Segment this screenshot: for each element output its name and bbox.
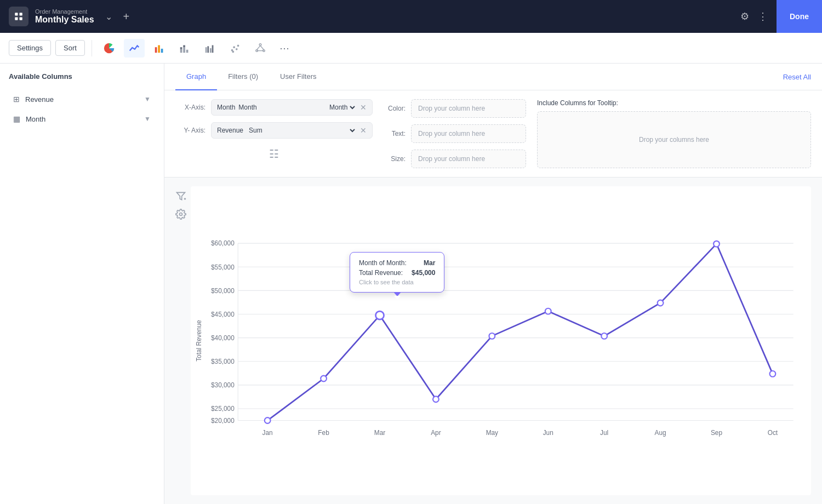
- svg-marker-27: [177, 192, 185, 199]
- data-point-feb[interactable]: [321, 376, 327, 382]
- sidebar-item-revenue-label: Revenue: [25, 95, 54, 104]
- data-point-apr[interactable]: [433, 396, 439, 402]
- app-logo: [9, 7, 28, 26]
- y-axis-close-icon[interactable]: ✕: [360, 126, 367, 135]
- done-button[interactable]: Done: [777, 0, 822, 33]
- svg-line-25: [260, 45, 264, 49]
- svg-text:$40,000: $40,000: [211, 334, 235, 342]
- axes-config: X-Axis: Month Month Month ✕ Y- Axis: Rev…: [175, 99, 373, 168]
- header: Order Management Monthly Sales ⌄ + ⚙ ⋮ D…: [0, 0, 822, 33]
- svg-point-19: [237, 44, 239, 47]
- svg-rect-7: [180, 49, 182, 52]
- sidebar-item-month-left: ▦ Month: [13, 114, 45, 123]
- pie-chart-button[interactable]: [99, 39, 119, 58]
- chart-settings-icon[interactable]: [175, 209, 186, 222]
- svg-text:$25,000: $25,000: [211, 405, 235, 413]
- sidebar-item-revenue[interactable]: ⊞ Revenue ▼: [9, 89, 155, 109]
- more-options-icon[interactable]: ⋮: [758, 10, 768, 22]
- y-axis-row: Y- Axis: Revenue SumAvgCount ✕: [175, 122, 373, 139]
- svg-rect-5: [158, 45, 160, 53]
- data-point-aug[interactable]: [658, 300, 664, 306]
- network-chart-button[interactable]: [250, 39, 271, 58]
- axis-sort-icon-row: ☷: [175, 147, 373, 161]
- tab-graph[interactable]: Graph: [175, 64, 217, 90]
- data-point-jan[interactable]: [265, 417, 271, 423]
- size-row: Size: Drop your column here: [384, 150, 526, 168]
- y-axis-label: Y- Axis:: [175, 127, 206, 134]
- tab-user-filters[interactable]: User Filters: [269, 64, 327, 90]
- settings-gear-icon[interactable]: ⚙: [740, 10, 749, 22]
- text-drop-zone[interactable]: Drop your column here: [411, 124, 526, 143]
- axis-sort-icon[interactable]: ☷: [269, 147, 279, 161]
- svg-text:Aug: Aug: [655, 429, 666, 437]
- line-chart-button[interactable]: [124, 39, 145, 58]
- text-label: Text:: [384, 130, 406, 138]
- svg-text:Mar: Mar: [374, 429, 385, 437]
- svg-text:Sep: Sep: [711, 429, 722, 437]
- size-drop-zone[interactable]: Drop your column here: [411, 150, 526, 168]
- color-row: Color: Drop your column here: [384, 99, 526, 118]
- reset-all-button[interactable]: Reset All: [783, 73, 811, 81]
- stacked-bar-button[interactable]: [174, 39, 195, 58]
- chart-container: Total Revenue $60,000: [191, 186, 811, 495]
- svg-text:$55,000: $55,000: [211, 264, 235, 271]
- chart-svg-wrapper: Total Revenue $60,000: [191, 186, 811, 495]
- svg-point-21: [259, 43, 261, 45]
- x-axis-label: X-Axis:: [175, 104, 206, 111]
- sidebar-title: Available Columns: [9, 72, 155, 81]
- main-layout: Available Columns ⊞ Revenue ▼ ▦ Month ▼ …: [0, 64, 822, 504]
- svg-rect-0: [15, 13, 18, 15]
- more-charts-button[interactable]: ⋯: [275, 39, 294, 58]
- data-point-may[interactable]: [489, 333, 495, 339]
- chart-svg: Total Revenue $60,000: [191, 186, 811, 495]
- x-axis-close-icon[interactable]: ✕: [360, 103, 367, 112]
- filter-add-icon[interactable]: [175, 191, 186, 204]
- svg-text:Oct: Oct: [768, 429, 778, 437]
- svg-text:Feb: Feb: [318, 429, 329, 437]
- color-label: Color:: [384, 105, 406, 112]
- add-tab-button[interactable]: +: [123, 10, 130, 23]
- x-axis-field-pill[interactable]: Month Month Month ✕: [211, 99, 373, 116]
- sidebar-item-month[interactable]: ▦ Month ▼: [9, 109, 155, 129]
- grouped-bar-button[interactable]: [199, 39, 220, 58]
- chevron-down-icon[interactable]: ⌄: [105, 12, 112, 22]
- settings-button[interactable]: Settings: [9, 40, 51, 56]
- svg-text:$30,000: $30,000: [211, 381, 235, 389]
- svg-text:$35,000: $35,000: [211, 358, 235, 365]
- svg-rect-15: [212, 45, 213, 53]
- content-area: Graph Filters (0) User Filters Reset All…: [164, 64, 822, 504]
- bar-chart-button[interactable]: [149, 39, 170, 58]
- data-point-mar[interactable]: [375, 311, 384, 319]
- data-point-sep[interactable]: [713, 241, 720, 247]
- tab-filters[interactable]: Filters (0): [217, 64, 269, 90]
- config-panel: X-Axis: Month Month Month ✕ Y- Axis: Rev…: [164, 90, 822, 177]
- sort-button[interactable]: Sort: [55, 40, 85, 56]
- y-axis-field-pill[interactable]: Revenue SumAvgCount ✕: [211, 122, 373, 139]
- calendar-icon: ▦: [13, 114, 20, 123]
- header-subtitle: Order Management: [35, 8, 94, 15]
- tooltip-config: Include Columns for Tooltip: Drop your c…: [537, 99, 811, 168]
- svg-text:Jan: Jan: [262, 429, 273, 437]
- data-point-oct[interactable]: [770, 371, 776, 377]
- svg-rect-2: [15, 18, 18, 20]
- svg-rect-8: [180, 47, 182, 49]
- svg-text:$60,000: $60,000: [211, 239, 235, 247]
- color-drop-zone[interactable]: Drop your column here: [411, 99, 526, 118]
- tooltip-drop-zone[interactable]: Drop your columns here: [537, 111, 811, 168]
- data-point-jul[interactable]: [601, 333, 607, 339]
- y-agg-select[interactable]: SumAvgCount: [247, 126, 357, 135]
- header-title: Monthly Sales: [35, 15, 94, 25]
- scatter-chart-button[interactable]: [225, 39, 246, 58]
- x-type-select[interactable]: Month: [327, 103, 357, 112]
- chart-line: [267, 244, 773, 420]
- svg-rect-11: [186, 49, 189, 53]
- data-point-jun[interactable]: [545, 308, 551, 314]
- toolbar: Settings Sort: [0, 33, 822, 64]
- sidebar-item-month-label: Month: [26, 115, 45, 123]
- revenue-chevron-icon: ▼: [144, 95, 151, 103]
- svg-rect-3: [20, 18, 22, 20]
- svg-text:Jul: Jul: [600, 429, 608, 437]
- svg-point-30: [180, 213, 182, 216]
- toolbar-separator: [92, 40, 92, 56]
- svg-text:$50,000: $50,000: [211, 287, 235, 295]
